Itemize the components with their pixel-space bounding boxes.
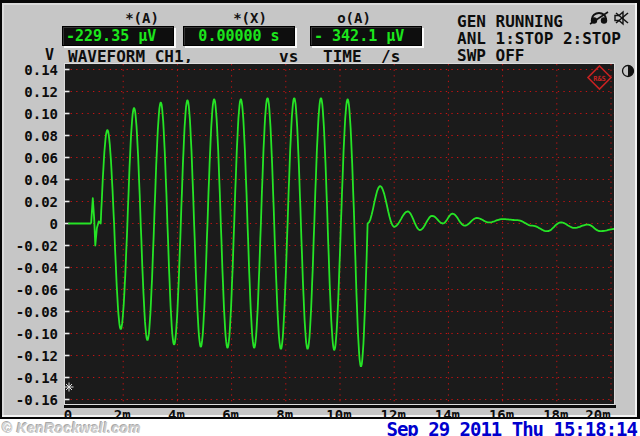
y-tick-label: -0.04 xyxy=(4,260,58,276)
y-tick-label: -0.06 xyxy=(4,282,58,298)
y-tick-label: 0.10 xyxy=(4,106,58,122)
y-tick-label: 0.06 xyxy=(4,150,58,166)
datetime: Sep 29 2011 Thu 15:18:14 xyxy=(386,418,637,436)
cursor-x-readout: 0.00000 s xyxy=(183,26,295,46)
svg-text:R&S: R&S xyxy=(593,75,606,83)
y-tick-label: 0.02 xyxy=(4,194,58,210)
y-tick-label: 0.12 xyxy=(4,84,58,100)
cursor-a-readout: -229.35 µV xyxy=(62,26,174,46)
cursor-o-label: o(A) xyxy=(299,10,409,25)
y-tick-label: -0.16 xyxy=(4,392,58,408)
watermark: © KenRockwell.com xyxy=(2,420,141,436)
instrument-panel: *(A) -229.35 µV *(X) 0.00000 s o(A) - 34… xyxy=(0,0,640,419)
cursor-a-label: *(A) xyxy=(87,10,197,25)
cursor-o-value: - 342.1 µV xyxy=(311,27,421,45)
cursor-x-value: 0.00000 s xyxy=(184,27,294,45)
cursor-x-label: *(X) xyxy=(195,10,305,25)
y-tick-label: -0.14 xyxy=(4,370,58,386)
cursor-o-readout: - 342.1 µV xyxy=(310,26,422,46)
contrast-icon xyxy=(621,64,635,78)
y-tick-label: -0.02 xyxy=(4,238,58,254)
y-tick-label: -0.10 xyxy=(4,326,58,342)
y-tick-label: -0.12 xyxy=(4,348,58,364)
waveform-plot: R&S xyxy=(64,63,615,405)
y-tick-label: 0.04 xyxy=(4,172,58,188)
speaker-muted-icon xyxy=(613,10,631,26)
cursor-marker xyxy=(65,383,74,392)
y-tick-label: 0 xyxy=(4,216,58,232)
cursor-a-value: -229.35 µV xyxy=(63,27,173,45)
headphone-muted-icon xyxy=(588,10,610,26)
y-tick-label: -0.08 xyxy=(4,304,58,320)
waveform-svg: R&S xyxy=(65,64,614,404)
y-tick-label: 0.14 xyxy=(4,62,58,78)
y-tick-label: 0.08 xyxy=(4,128,58,144)
